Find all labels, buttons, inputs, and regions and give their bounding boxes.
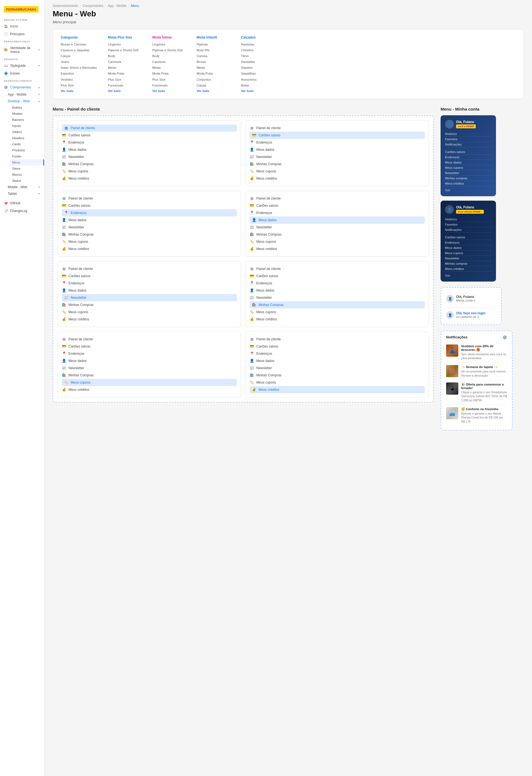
sidebar-item-componentes[interactable]: ⚙️ Componentes ▲ bbox=[0, 83, 44, 91]
page-title: Menu - Web bbox=[53, 9, 524, 18]
panel-item: 📍 Endereços bbox=[62, 139, 237, 146]
avatar-sm: 👤 bbox=[446, 295, 454, 303]
sidebar-item-github[interactable]: 🐙 GitHub bbox=[0, 199, 44, 207]
account-menu-historico2: Histórico bbox=[445, 217, 492, 222]
sidebar-item-tablet[interactable]: Tablet ▼ bbox=[8, 190, 44, 197]
sidebar-item-banners[interactable]: Banners bbox=[10, 117, 44, 123]
breadcrumb-app-mobile[interactable]: App - Mobile bbox=[108, 4, 126, 8]
sidebar-item-inicio[interactable]: 🏠 Início bbox=[0, 22, 44, 30]
gear-icon[interactable]: ⚙️ bbox=[502, 335, 507, 340]
col-item: Sapatos bbox=[241, 65, 274, 70]
panel-icon: ▦ bbox=[62, 196, 66, 201]
chevron-down-icon: ▼ bbox=[38, 64, 40, 67]
sidebar-item-styleguide[interactable]: 📖 Styleguide ▼ bbox=[0, 62, 44, 69]
sidebar-item-botoes[interactable]: Botões bbox=[10, 105, 44, 111]
col-item: Calças bbox=[61, 54, 97, 58]
breadcrumb-sep1: › bbox=[80, 4, 81, 8]
panel-item: 👤 Meus dados bbox=[250, 357, 425, 364]
col-link-plus-size[interactable]: Ver tudo bbox=[108, 89, 141, 92]
account-menu-dados: Meus dados bbox=[445, 160, 492, 165]
col-link-infantil[interactable]: Ver tudo bbox=[197, 89, 230, 92]
panel-item: 📰 Newsletter bbox=[62, 224, 237, 231]
col-item: Acessórios bbox=[241, 77, 274, 82]
account-sair: Sair bbox=[445, 188, 492, 192]
col-item: Plus Size bbox=[61, 83, 97, 87]
menu-col-plus-size: Moda Plus Size Lingeries Pijamas e Short… bbox=[108, 35, 141, 92]
card-icon: 💳 bbox=[250, 274, 254, 278]
col-item: Camisola bbox=[108, 59, 141, 64]
sidebar-item-steps[interactable]: Steps bbox=[10, 166, 44, 172]
breadcrumb-sep2: › bbox=[105, 4, 106, 8]
notif-item-4: 🛋️ 😴 Conforto no friozinho Apronte e gar… bbox=[446, 405, 507, 426]
panel-item: 🛍️ Minhas Compras bbox=[62, 161, 237, 168]
sidebar-item-status[interactable]: Status bbox=[10, 178, 44, 184]
sidebar-item-mobile-web[interactable]: Mobile - Web ▼ bbox=[8, 184, 44, 190]
panel-item: 💰 Meus créditos bbox=[250, 245, 425, 252]
col-item: Conjuntos bbox=[197, 77, 230, 82]
panel-box-1a: ▦ Painel de cliente 💳 Cartões salvos 📍 E… bbox=[58, 120, 241, 186]
sidebar-item-produtos[interactable]: Produtos bbox=[10, 147, 44, 153]
notif-text-3: 🎉 Oferta para comemorar o feriado! Cliqu… bbox=[461, 382, 507, 402]
card-icon: 💳 bbox=[62, 344, 66, 349]
chevron-down-icon: ▼ bbox=[38, 93, 40, 96]
breadcrumb-sep3: › bbox=[128, 4, 129, 8]
panel-inner: ▦ Painel de cliente 💳 Cartões salvos 📍 E… bbox=[58, 120, 429, 397]
account-menu-bottom2: Cartões salvos Endereços Meus dados Meus… bbox=[445, 235, 492, 271]
col-item: Moda Praia bbox=[108, 71, 141, 76]
user-icon: 👤 bbox=[62, 359, 66, 363]
coupon-icon: 🏷️ bbox=[250, 169, 254, 174]
sidebar-item-principios[interactable]: 📄 Princípios bbox=[0, 30, 44, 38]
github-icon: 🐙 bbox=[4, 201, 8, 205]
col-item: Meias bbox=[152, 65, 185, 70]
address-icon: 📍 bbox=[62, 351, 66, 356]
col-item: Calças bbox=[197, 83, 230, 87]
sidebar-item-headers[interactable]: Headers bbox=[10, 135, 44, 141]
breadcrumb-desenvolvimento[interactable]: Desenvolvimento bbox=[53, 4, 78, 8]
sidebar-item-identidade[interactable]: 🎨 Identidade da marca ▼ bbox=[0, 44, 44, 56]
sidebar-item-desktop-web[interactable]: Desktop - Web ▲ bbox=[8, 98, 44, 105]
sidebar-item-changelog[interactable]: 📝 ChangeLog bbox=[0, 207, 44, 215]
panel-item: 💰 Meus créditos bbox=[62, 245, 237, 252]
panel-item: 🛍️ Minhas Compras bbox=[250, 372, 425, 379]
sidebar-item-app-mobile[interactable]: App - Mobile ▼ bbox=[8, 91, 44, 98]
panel-item: ▦ Painel de cliente bbox=[62, 336, 237, 343]
panel-item-active: 🛍️ Minhas Compras bbox=[250, 301, 425, 309]
card-icon: 💳 bbox=[62, 274, 66, 278]
col-link-categorias[interactable]: Ver tudo bbox=[61, 89, 97, 92]
col-item: Meias bbox=[108, 65, 141, 70]
account-menu-cartoes: Cartões salvos bbox=[445, 149, 492, 155]
col-item: Sapatilhas bbox=[241, 71, 274, 76]
panel-item: 📰 Newsletter bbox=[250, 364, 425, 372]
panel-item: 💰 Meus créditos bbox=[250, 175, 425, 182]
panel-item: 🏷️ Meus cupons bbox=[62, 168, 237, 175]
sidebar-item-modais[interactable]: Modais bbox=[10, 111, 44, 117]
sidebar-item-blocos[interactable]: Blocos bbox=[10, 172, 44, 178]
account-menu-enderecos: Endereços bbox=[445, 155, 492, 160]
breadcrumb-componentes[interactable]: Componentes bbox=[82, 4, 103, 8]
sidebar-item-cards[interactable]: Cards bbox=[10, 141, 44, 147]
chevron-down-icon: ▼ bbox=[38, 192, 40, 195]
col-link-intima[interactable]: Ver tudo bbox=[152, 89, 185, 92]
sidebar-item-inputs[interactable]: Inputs bbox=[10, 123, 44, 129]
menu-col-categorias: Categorias Blusas e Camisas Casacos e Ja… bbox=[61, 35, 97, 92]
orders-icon: 🛍️ bbox=[62, 303, 66, 307]
sidebar-item-footer[interactable]: Footer bbox=[10, 153, 44, 159]
col-item: Pijamas bbox=[197, 42, 230, 46]
col-item: Blusas bbox=[197, 59, 230, 64]
col-title-plus-size: Moda Plus Size bbox=[108, 35, 141, 39]
credits-icon: 💰 bbox=[250, 317, 254, 322]
sidebar-item-icones[interactable]: 🔷 Ícones bbox=[0, 69, 44, 77]
account-menu-dados2: Meus dados bbox=[445, 245, 492, 250]
login-label[interactable]: Olá, faça seu login bbox=[456, 311, 486, 315]
panel-item: 🛍️ Minhas Compras bbox=[250, 231, 425, 238]
left-panel: Menu - Painel do cliente ▦ Painel de cli… bbox=[53, 107, 434, 402]
col-link-calcados[interactable]: Ver tudo bbox=[241, 89, 274, 92]
sidebar-item-menu[interactable]: Menu bbox=[10, 159, 44, 166]
panel-item: 💰 Meus créditos bbox=[250, 316, 425, 323]
notif-desc-2: Dê um presente para você mesmo. Renove a… bbox=[461, 369, 507, 377]
sidebar-item-sliders[interactable]: Sliders bbox=[10, 129, 44, 135]
notif-title-1: Vestidos com 20% de desconto 🎁 bbox=[461, 345, 507, 352]
col-item: Casacos e Jaquetas bbox=[61, 48, 97, 52]
panel-item: 📍 Endereços bbox=[250, 139, 425, 146]
chevron-up-icon: ▲ bbox=[38, 100, 40, 103]
